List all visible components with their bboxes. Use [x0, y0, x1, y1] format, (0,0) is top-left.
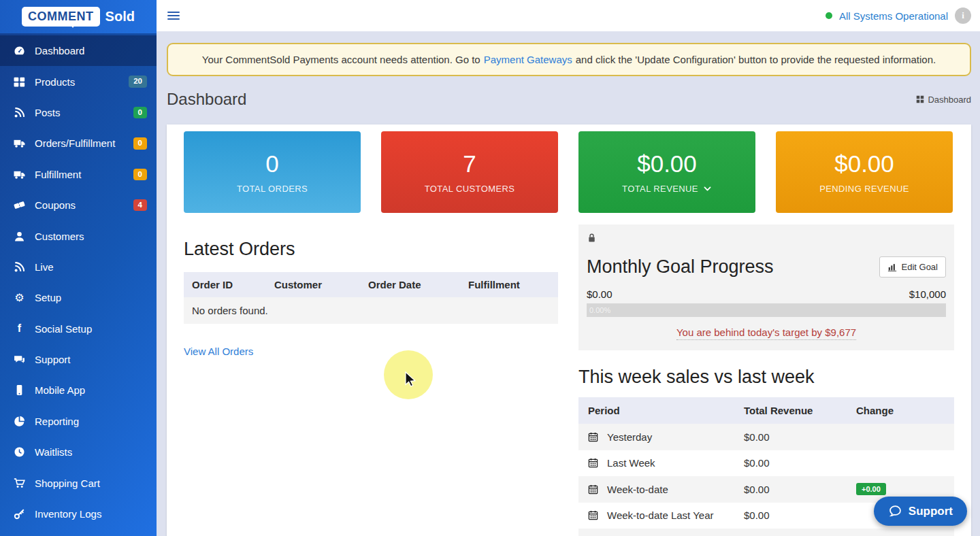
sidebar-item-label: Waitlists	[35, 446, 147, 458]
lock-icon	[587, 233, 597, 245]
period-label: Last Week	[607, 457, 655, 469]
sidebar-item-shopping-cart[interactable]: Shopping Cart	[0, 467, 157, 498]
brand-logo-bubble: COMMENT	[22, 7, 100, 27]
sidebar: COMMENT Sold Dashboard Products 20 Posts…	[0, 0, 157, 536]
page-head: Dashboard Dashboard	[167, 90, 971, 109]
pending-revenue-card[interactable]: $0.00 PENDING REVENUE	[776, 131, 953, 213]
change-badge: +0.00	[856, 483, 886, 495]
brand-logo-suffix: Sold	[105, 9, 135, 24]
column-header: Change	[856, 405, 945, 416]
column-header: Period	[588, 405, 744, 416]
column-header: Total Revenue	[744, 405, 856, 416]
sidebar-item-label: Orders/Fulfillment	[35, 137, 133, 149]
facebook-icon: f	[13, 322, 26, 335]
shopping-cart-icon	[13, 477, 26, 489]
breadcrumb[interactable]: Dashboard	[916, 95, 971, 105]
table-row: Last Week $0.00	[578, 450, 954, 477]
right-column: Monthly Goal Progress Edit Goal $0.00 $1…	[578, 224, 954, 536]
sidebar-item-orders-fulfillment[interactable]: Orders/Fulfillment 0	[0, 128, 157, 158]
grid-icon	[13, 76, 26, 88]
total-orders-card[interactable]: 0 TOTAL ORDERS	[184, 131, 361, 213]
sidebar-item-posts[interactable]: Posts 0	[0, 97, 157, 128]
revenue-value: $0.00	[744, 457, 856, 469]
rss-icon	[13, 261, 26, 273]
info-icon[interactable]: i	[955, 7, 971, 24]
truck-icon	[13, 168, 26, 180]
goal-progress-percent: 0.00%	[587, 303, 946, 317]
sidebar-item-coupons[interactable]: Coupons 4	[0, 190, 157, 220]
view-all-orders-link[interactable]: View All Orders	[184, 346, 253, 357]
total-revenue-card[interactable]: $0.00 TOTAL REVENUE	[578, 131, 755, 213]
posts-count-badge: 0	[133, 107, 147, 119]
sidebar-item-social-setup[interactable]: f Social Setup	[0, 314, 157, 344]
calendar-icon	[588, 484, 598, 495]
sidebar-item-label: Shopping Cart	[35, 478, 147, 489]
period-label: Week-to-date	[607, 484, 668, 495]
pie-chart-icon	[13, 415, 26, 427]
sidebar-item-label: Live	[35, 261, 147, 273]
table-row: Yesterday $0.00	[578, 424, 954, 450]
sidebar-item-inventory-logs[interactable]: Inventory Logs	[0, 499, 157, 529]
sidebar-item-dashboard[interactable]: Dashboard	[0, 35, 157, 66]
edit-goal-button[interactable]: Edit Goal	[879, 256, 946, 278]
latest-orders-section: Latest Orders Order ID Customer Order Da…	[184, 235, 558, 358]
total-revenue-label: TOTAL REVENUE	[622, 184, 712, 194]
latest-orders-table-header: Order ID Customer Order Date Fulfillment	[184, 272, 558, 297]
total-revenue-value: $0.00	[637, 150, 697, 178]
payment-gateways-link[interactable]: Payment Gateways	[484, 54, 572, 65]
page-title: Dashboard	[167, 90, 246, 109]
brand-logo[interactable]: COMMENT Sold	[0, 0, 157, 33]
rss-icon	[13, 106, 26, 118]
revenue-value: $0.00	[744, 484, 856, 495]
sidebar-item-fulfillment[interactable]: Fulfillment 0	[0, 159, 157, 190]
calendar-icon	[588, 458, 598, 468]
goal-max-value: $10,000	[909, 288, 946, 300]
chevron-down-icon	[703, 184, 712, 193]
mobile-phone-icon	[13, 384, 26, 397]
support-button-label: Support	[909, 505, 953, 518]
sidebar-item-support[interactable]: Support	[0, 344, 157, 375]
total-customers-label: TOTAL CUSTOMERS	[425, 184, 515, 194]
grid-small-icon	[916, 95, 924, 103]
sidebar-item-label: Customers	[35, 231, 147, 242]
key-icon	[13, 508, 26, 520]
products-count-badge: 20	[129, 76, 147, 88]
no-orders-row: No orders found.	[184, 297, 558, 324]
breadcrumb-label: Dashboard	[928, 95, 971, 105]
sidebar-item-label: Reporting	[35, 416, 147, 427]
sidebar-item-label: Dashboard	[35, 45, 147, 56]
sidebar-item-label: Posts	[35, 107, 133, 118]
sidebar-item-label: Products	[35, 76, 129, 88]
week-sales-table-header: Period Total Revenue Change	[578, 397, 954, 424]
sidebar-nav: Dashboard Products 20 Posts 0 Orders/Ful…	[0, 35, 157, 529]
total-customers-value: 7	[463, 150, 476, 178]
support-button[interactable]: Support	[874, 497, 967, 526]
system-status-link[interactable]: All Systems Operational	[839, 10, 948, 22]
sidebar-item-waitlists[interactable]: Waitlists	[0, 437, 157, 467]
total-customers-card[interactable]: 7 TOTAL CUSTOMERS	[381, 131, 558, 213]
sidebar-item-products[interactable]: Products 20	[0, 66, 157, 97]
period-label: Week-to-date Last Year	[607, 509, 714, 521]
gear-icon: ⚙	[13, 292, 26, 304]
dashboard-content: 0 TOTAL ORDERS 7 TOTAL CUSTOMERS $0.00 T…	[167, 124, 971, 536]
sidebar-item-mobile-app[interactable]: Mobile App	[0, 375, 157, 405]
calendar-icon	[588, 432, 598, 442]
sidebar-item-label: Coupons	[35, 199, 133, 211]
status-dot-icon	[826, 12, 832, 19]
calendar-icon	[588, 510, 598, 520]
goal-title: Monthly Goal Progress	[587, 256, 774, 278]
sidebar-item-label: Social Setup	[35, 323, 147, 335]
banner-text-suffix: and click the 'Update Configuration' but…	[576, 54, 936, 65]
total-orders-value: 0	[265, 150, 278, 178]
hamburger-menu-icon[interactable]	[167, 10, 180, 21]
sidebar-item-setup[interactable]: ⚙ Setup	[0, 282, 157, 313]
pending-revenue-value: $0.00	[834, 150, 894, 178]
sidebar-item-label: Support	[35, 354, 147, 365]
sidebar-item-live[interactable]: Live	[0, 252, 157, 282]
sidebar-item-reporting[interactable]: Reporting	[0, 406, 157, 437]
truck-icon	[13, 137, 26, 150]
sidebar-item-customers[interactable]: Customers	[0, 220, 157, 251]
mouse-cursor	[404, 371, 417, 388]
ticket-icon	[13, 199, 26, 212]
week-sales-title: This week sales vs last week	[578, 367, 954, 388]
